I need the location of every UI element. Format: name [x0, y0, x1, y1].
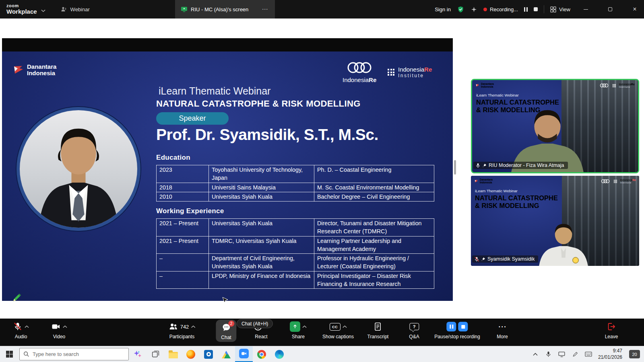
taskbar-edge-icon[interactable]	[270, 346, 288, 362]
participants-menu-chevron[interactable]	[191, 325, 195, 328]
taskbar-chrome-icon[interactable]	[253, 346, 270, 362]
video-tile-speaker[interactable]: Danantara Indonesia IndonesiaRe Institut…	[471, 176, 639, 266]
taskbar-zoom-icon[interactable]	[235, 346, 253, 362]
taskbar-taskview-icon[interactable]	[147, 346, 164, 362]
re-logos-mini: IndonesiaRe Institute	[600, 179, 636, 184]
education-heading: Education	[156, 154, 434, 162]
titlebar: zoom Workplace Webinar RIU - MC (Alsa)'s…	[0, 0, 644, 19]
chat-button[interactable]: 2 Chat	[216, 320, 236, 342]
share-screen-icon	[290, 321, 300, 332]
sparkles-icon	[133, 350, 142, 359]
notification-count-badge[interactable]: 20	[629, 350, 640, 358]
recording-stop-button[interactable]	[534, 7, 538, 11]
tray-chevron-icon[interactable]	[532, 351, 539, 358]
taskbar-clock[interactable]: 9:47 21/01/2026	[598, 348, 622, 360]
close-button[interactable]: ×	[625, 0, 644, 19]
minimize-button[interactable]	[576, 0, 595, 19]
folder-icon	[169, 352, 178, 358]
video-button[interactable]: Video	[51, 321, 67, 339]
stop-recording-icon-button[interactable]	[458, 322, 468, 331]
tray-pen-icon[interactable]	[572, 351, 579, 358]
re-logos-mini: IndonesiaRe Institute	[599, 83, 635, 88]
pause-stop-recording-button[interactable]: Pause/stop recording	[434, 321, 480, 339]
participant-name-tag: Syamsidik Syamsidik	[472, 255, 538, 263]
view-grid-icon	[550, 6, 556, 12]
speaker-name: Prof. Dr. Syamsidik, S.T., M.Sc.	[156, 126, 378, 144]
audio-menu-chevron[interactable]	[25, 325, 29, 328]
sign-in-button[interactable]: Sign in	[435, 6, 451, 12]
captions-menu-chevron[interactable]	[342, 325, 347, 328]
share-button[interactable]: Share	[290, 321, 307, 339]
recording-dot-icon	[483, 8, 487, 11]
participants-count: 742	[180, 324, 189, 330]
share-scrollbar[interactable]	[454, 160, 456, 175]
participants-button[interactable]: 742 Participants	[169, 321, 196, 339]
search-input[interactable]	[33, 351, 125, 357]
windows-logo-icon	[6, 351, 13, 358]
maximize-button[interactable]	[601, 0, 619, 19]
view-button[interactable]: View	[550, 6, 570, 12]
recording-pause-button[interactable]	[524, 7, 528, 12]
indonesia-re-institute-logo: IndonesiaRe Institute	[388, 66, 432, 78]
table-cell: Professor in Hydraulic Engineering / Lec…	[314, 254, 434, 272]
transcript-button[interactable]: Transcript	[367, 321, 389, 339]
start-button[interactable]	[0, 346, 19, 362]
transcript-icon	[373, 322, 383, 331]
chat-tooltip: Chat (Alt+H)	[237, 319, 273, 328]
taskbar-firefox-icon[interactable]	[182, 346, 200, 362]
tile-title-line2: & RISK MODELLING	[475, 202, 539, 210]
webinar-icon	[61, 6, 67, 12]
table-cell: Universiti Sains Malaysia	[209, 183, 314, 192]
table-row: 2018 Universiti Sains Malaysia M. Sc. Co…	[157, 183, 434, 192]
table-cell: LPDP, Ministry of Finance of Indonesia	[209, 271, 314, 289]
table-cell: M. Sc. Coastal Environmental Modelling	[314, 183, 434, 192]
table-cell: Ph. D. – Coastal Engineering	[314, 165, 434, 183]
video-tile-moderator[interactable]: Danantara Indonesia IndonesiaRe Institut…	[471, 79, 639, 173]
table-cell: 2023	[157, 165, 209, 183]
task-view-icon	[151, 350, 160, 358]
table-cell: –	[157, 271, 209, 289]
annotate-pencil-button[interactable]	[12, 292, 22, 303]
ai-companion-icon[interactable]	[471, 6, 477, 13]
video-menu-chevron[interactable]	[63, 325, 67, 328]
tray-keyboard-icon[interactable]	[585, 351, 592, 358]
indonesia-re-logo: IndonesiaRe	[343, 60, 376, 83]
tray-mic-icon[interactable]	[545, 351, 552, 358]
workspace-menu-chevron-icon[interactable]	[41, 9, 45, 12]
security-shield-icon[interactable]	[457, 6, 464, 13]
table-row: 2021 – Present Universitas Syiah Kuala D…	[157, 219, 434, 237]
table-row: 2023 Toyohashi University of Technology,…	[157, 165, 434, 183]
share-menu-chevron[interactable]	[302, 325, 307, 328]
table-cell: Director, Tsunami and Disaster Mitigatio…	[314, 219, 434, 237]
danantara-flag-icon	[476, 84, 479, 87]
recording-indicator: Recording...	[483, 6, 518, 12]
danantara-flag-icon	[13, 65, 24, 75]
tab-options-button[interactable]: ⋯	[260, 5, 269, 14]
firefox-icon	[186, 350, 195, 359]
virtual-background: Danantara Indonesia IndonesiaRe Institut…	[472, 80, 638, 172]
indonesia-re-circles-icon	[599, 83, 609, 88]
tray-display-icon[interactable]	[558, 351, 566, 358]
captions-button[interactable]: CC Show captions	[322, 321, 354, 339]
qa-button[interactable]: ? Q&A	[409, 321, 419, 339]
closed-captions-icon: CC	[329, 323, 340, 331]
taskbar-search[interactable]	[19, 348, 129, 360]
audio-button[interactable]: Audio	[13, 321, 29, 339]
speaker-badge: Speaker	[156, 112, 229, 125]
leave-button[interactable]: Leave	[605, 321, 618, 339]
institute-dots-icon	[613, 84, 616, 87]
leave-label: Leave	[605, 334, 618, 339]
audio-label: Audio	[15, 334, 27, 339]
tab-webinar[interactable]: Webinar	[55, 0, 95, 19]
taskbar-copilot-icon[interactable]	[129, 346, 147, 362]
tab-shared-screen[interactable]: RIU - MC (Alsa)'s screen ⋯	[175, 0, 275, 19]
slide-subtitle: iLearn Thematic Webinar	[159, 85, 270, 97]
taskbar-drive-icon[interactable]	[217, 346, 235, 362]
transcript-label: Transcript	[367, 334, 389, 339]
zoom-workplace-logo[interactable]: zoom Workplace	[0, 4, 37, 14]
taskbar-outlook-icon[interactable]	[200, 346, 217, 362]
pause-recording-icon-button[interactable]	[447, 322, 456, 331]
taskbar-file-explorer-icon[interactable]	[164, 346, 182, 362]
windows-taskbar: 9:47 21/01/2026 20	[0, 346, 644, 362]
more-button[interactable]: ⋯ More	[497, 321, 508, 339]
